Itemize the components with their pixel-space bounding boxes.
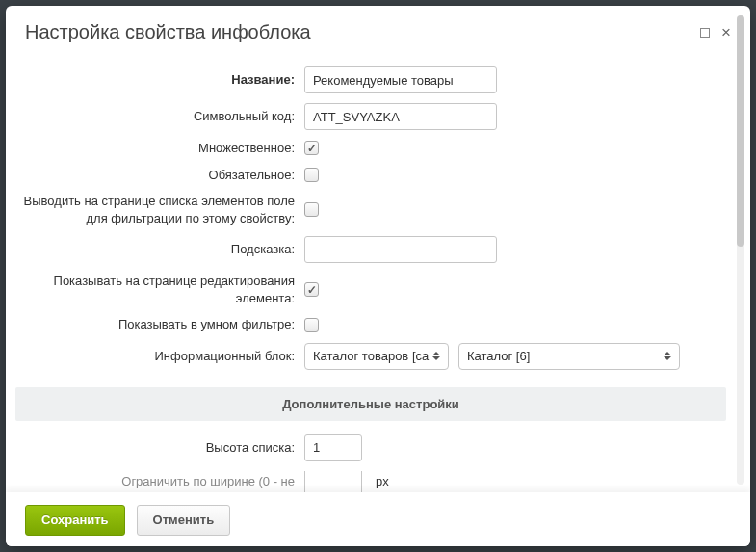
label-hint: Подсказка:	[15, 241, 304, 258]
label-width-limit: Ограничить по ширине (0 - не	[15, 473, 304, 490]
modal-body: Название: Символьный код: Множественное:…	[6, 57, 750, 546]
scrollbar[interactable]	[737, 15, 744, 485]
row-multiple: Множественное:	[15, 140, 726, 157]
smart-filter-checkbox[interactable]	[304, 318, 319, 332]
row-list-height: Высота списка:	[15, 434, 726, 461]
row-smart-filter: Показывать в умном фильтре:	[15, 316, 726, 333]
settings-modal: Настройка свойства инфоблока × Название:…	[6, 6, 750, 546]
list-height-input[interactable]	[304, 434, 362, 461]
window-controls: ×	[700, 24, 731, 40]
row-code: Символьный код:	[15, 103, 726, 130]
row-name: Название:	[15, 66, 726, 93]
iblock-type-value: Каталог товаров [ca	[313, 349, 429, 363]
row-show-edit: Показывать на странице редактирования эл…	[15, 273, 726, 306]
row-iblock: Информационный блок: Каталог товаров [ca…	[15, 343, 726, 370]
name-input[interactable]	[304, 66, 497, 93]
label-smart-filter: Показывать в умном фильтре:	[15, 316, 304, 333]
row-width-limit: Ограничить по ширине (0 - не px	[15, 471, 726, 492]
modal-title: Настройка свойства инфоблока	[25, 21, 311, 43]
modal-header: Настройка свойства инфоблока ×	[6, 6, 750, 57]
row-hint: Подсказка:	[15, 236, 726, 263]
close-icon[interactable]: ×	[721, 24, 731, 40]
advanced-section-header: Дополнительные настройки	[15, 387, 726, 421]
hint-input[interactable]	[304, 236, 497, 263]
width-limit-input[interactable]	[304, 471, 362, 492]
show-edit-checkbox[interactable]	[304, 282, 319, 297]
label-iblock: Информационный блок:	[15, 348, 304, 365]
label-filter: Выводить на странице списка элементов по…	[15, 193, 304, 226]
label-required: Обязательное:	[15, 167, 304, 184]
iblock-value: Каталог [6]	[467, 349, 530, 363]
label-code: Символьный код:	[15, 108, 304, 125]
row-filter: Выводить на странице списка элементов по…	[15, 193, 726, 226]
chevron-updown-icon	[429, 347, 444, 366]
chevron-updown-icon	[660, 347, 675, 366]
row-required: Обязательное:	[15, 167, 726, 184]
iblock-select[interactable]: Каталог [6]	[458, 343, 680, 370]
label-name: Название:	[15, 71, 304, 89]
save-button[interactable]: Сохранить	[25, 505, 125, 536]
required-checkbox[interactable]	[304, 168, 319, 182]
cancel-button[interactable]: Отменить	[137, 505, 231, 536]
label-list-height: Высота списка:	[15, 439, 304, 457]
filter-checkbox[interactable]	[304, 202, 319, 217]
code-input[interactable]	[304, 103, 497, 130]
multiple-checkbox[interactable]	[304, 141, 319, 155]
scrollbar-thumb[interactable]	[737, 15, 744, 247]
modal-footer: Сохранить Отменить	[6, 492, 750, 546]
iblock-type-select[interactable]: Каталог товаров [ca	[304, 343, 449, 370]
label-multiple: Множественное:	[15, 140, 304, 157]
maximize-icon[interactable]	[700, 28, 710, 38]
px-suffix: px	[376, 474, 389, 488]
label-show-edit: Показывать на странице редактирования эл…	[15, 273, 304, 306]
